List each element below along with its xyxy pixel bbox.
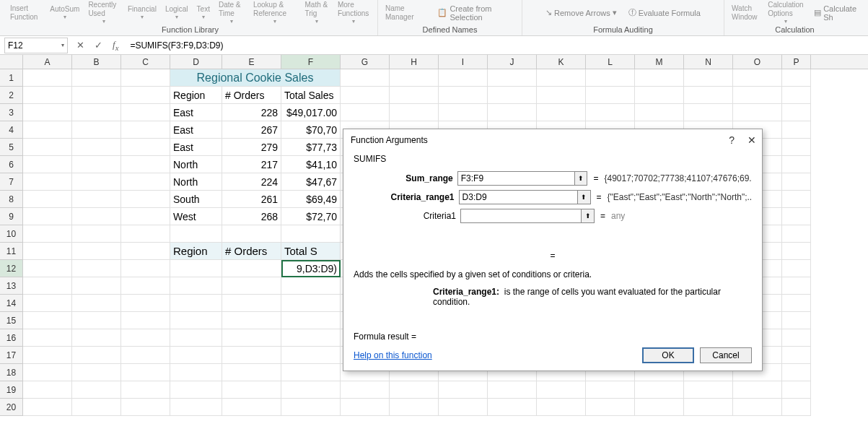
cell[interactable] — [782, 381, 811, 399]
cell[interactable]: $49,017.00 — [281, 104, 341, 121]
cell[interactable] — [782, 69, 811, 87]
close-icon[interactable]: ✕ — [748, 134, 756, 146]
cell[interactable] — [72, 243, 121, 260]
evaluate-formula-button[interactable]: ⓕ Evaluate Formula — [624, 6, 705, 20]
cell[interactable] — [782, 104, 811, 121]
cell[interactable] — [23, 173, 72, 191]
cell[interactable]: East — [170, 139, 222, 156]
criteria-range1-input[interactable] — [459, 190, 578, 204]
cell[interactable] — [121, 69, 170, 87]
cell[interactable] — [121, 399, 170, 416]
cell[interactable]: South — [170, 191, 222, 208]
cell[interactable] — [782, 399, 811, 416]
cell[interactable] — [23, 295, 72, 312]
cell[interactable]: 267 — [222, 121, 281, 139]
cell[interactable] — [782, 225, 811, 243]
row-header[interactable]: 15 — [0, 312, 23, 329]
cell[interactable] — [733, 104, 782, 121]
cell[interactable] — [121, 156, 170, 173]
logical-button[interactable]: Logical▾ — [162, 5, 191, 21]
cell[interactable] — [488, 381, 537, 399]
cell[interactable] — [782, 87, 811, 104]
cell[interactable]: Regional Cookie Sales — [170, 69, 341, 87]
cell[interactable] — [222, 260, 281, 277]
cell[interactable] — [121, 329, 170, 347]
cell[interactable] — [782, 173, 811, 191]
cell[interactable] — [72, 329, 121, 347]
cell[interactable] — [390, 104, 439, 121]
row-header[interactable]: 11 — [0, 243, 23, 260]
row-header[interactable]: 12 — [0, 260, 23, 277]
datetime-button[interactable]: Date & Time▾ — [216, 1, 247, 25]
cell[interactable] — [635, 87, 684, 104]
cell[interactable] — [121, 347, 170, 364]
recently-used-button[interactable]: Recently Used▾ — [85, 1, 122, 25]
cell[interactable] — [390, 69, 439, 87]
cell[interactable]: East — [170, 104, 222, 121]
col-header[interactable]: M — [635, 55, 684, 69]
select-all-corner[interactable] — [0, 55, 23, 69]
cell[interactable] — [586, 381, 635, 399]
cell[interactable] — [733, 381, 782, 399]
cell[interactable] — [72, 173, 121, 191]
calculate-sheet-button[interactable]: ▤ Calculate Sh — [810, 3, 861, 23]
cell[interactable] — [72, 399, 121, 416]
cell[interactable]: West — [170, 208, 222, 225]
cell[interactable] — [72, 121, 121, 139]
cell[interactable] — [537, 69, 586, 87]
cell[interactable] — [23, 260, 72, 277]
cell[interactable] — [586, 87, 635, 104]
cell[interactable] — [488, 87, 537, 104]
cell[interactable] — [72, 295, 121, 312]
col-header[interactable]: O — [733, 55, 782, 69]
cell[interactable] — [23, 156, 72, 173]
row-header[interactable]: 8 — [0, 191, 23, 208]
cell[interactable]: North — [170, 173, 222, 191]
row-header[interactable]: 17 — [0, 347, 23, 364]
lookup-button[interactable]: Lookup & Reference▾ — [250, 1, 299, 25]
criteria1-input[interactable] — [460, 209, 582, 223]
cell[interactable] — [488, 399, 537, 416]
cell[interactable] — [341, 87, 390, 104]
cell[interactable] — [170, 364, 222, 381]
cell[interactable] — [439, 104, 488, 121]
cell[interactable] — [23, 139, 72, 156]
cell[interactable] — [281, 347, 341, 364]
cell[interactable] — [341, 104, 390, 121]
fx-icon[interactable]: fx — [113, 39, 118, 52]
cell[interactable] — [222, 364, 281, 381]
cell[interactable] — [170, 277, 222, 295]
cell[interactable] — [281, 399, 341, 416]
cell[interactable] — [121, 225, 170, 243]
row-header[interactable]: 9 — [0, 208, 23, 225]
cell[interactable]: # Orders — [222, 243, 281, 260]
cell[interactable]: $41,10 — [281, 156, 341, 173]
cell[interactable] — [170, 399, 222, 416]
cell[interactable] — [170, 225, 222, 243]
cell[interactable] — [733, 69, 782, 87]
row-header[interactable]: 19 — [0, 381, 23, 399]
col-header[interactable]: H — [390, 55, 439, 69]
cell[interactable] — [121, 104, 170, 121]
cell[interactable]: $72,70 — [281, 208, 341, 225]
cell[interactable]: North — [170, 156, 222, 173]
cell[interactable]: Total Sales — [281, 87, 341, 104]
col-header[interactable]: K — [537, 55, 586, 69]
cell[interactable]: Region — [170, 87, 222, 104]
cell[interactable] — [72, 139, 121, 156]
cell[interactable] — [439, 399, 488, 416]
cell[interactable] — [72, 191, 121, 208]
collapse-dialog-icon[interactable]: ⬆ — [578, 190, 591, 204]
chevron-down-icon[interactable]: ▾ — [61, 42, 64, 48]
col-header[interactable]: G — [341, 55, 390, 69]
cell[interactable] — [537, 381, 586, 399]
cell[interactable] — [341, 399, 390, 416]
cell[interactable] — [733, 399, 782, 416]
enter-icon[interactable]: ✓ — [95, 40, 102, 51]
remove-arrows-button[interactable]: ↘ Remove Arrows ▾ — [541, 6, 621, 19]
cell[interactable] — [72, 312, 121, 329]
cell[interactable] — [782, 260, 811, 277]
cell[interactable] — [684, 399, 733, 416]
cell[interactable] — [23, 225, 72, 243]
row-header[interactable]: 6 — [0, 156, 23, 173]
